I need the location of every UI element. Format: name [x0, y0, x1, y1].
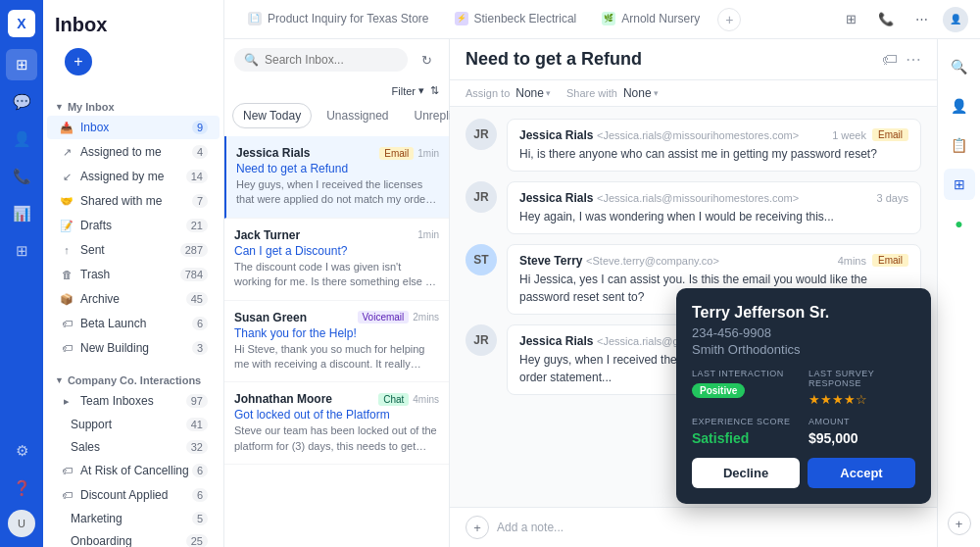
sidebar-item-assigned-by-me[interactable]: ↙ Assigned by me 14 [47, 165, 220, 188]
right-rail-green[interactable]: ● [944, 208, 975, 239]
tab-unassigned[interactable]: Unassigned [316, 103, 399, 128]
tab-new-today[interactable]: New Today [232, 103, 312, 128]
company-section-title[interactable]: ▼ Company Co. Interactions [43, 369, 223, 388]
my-inbox-section: ▼ My Inbox 📥 Inbox 9 ↗ Assigned to me 4 … [43, 91, 223, 365]
sidebar: Inbox + ▼ My Inbox 📥 Inbox 9 ↗ Assigned … [43, 0, 224, 547]
sidebar-item-archive[interactable]: 📦 Archive 45 [47, 287, 220, 311]
sidebar-item-beta-launch[interactable]: 🏷 Beta Launch 6 [47, 312, 220, 335]
share-with-chevron: ▾ [654, 88, 659, 98]
sidebar-title: Inbox [43, 0, 223, 44]
tab-arnold-icon: 🌿 [602, 12, 615, 25]
conv-item-header: Jessica Rials Email 1min [236, 146, 439, 160]
archive-icon: 📦 [59, 291, 74, 307]
conversation-item[interactable]: Jack Turner 1min Can I get a Discount? T… [224, 219, 449, 301]
right-rail-search[interactable]: 🔍 [944, 51, 975, 82]
more-options-icon[interactable]: ⋯ [906, 50, 921, 69]
company-section: ▼ Company Co. Interactions ▸ Team Inboxe… [43, 365, 223, 547]
my-inbox-section-title[interactable]: ▼ My Inbox [43, 95, 223, 115]
accept-button[interactable]: Accept [808, 458, 915, 488]
tab-arnold[interactable]: 🌿 Arnold Nursery [590, 6, 711, 33]
user-avatar[interactable]: U [8, 510, 35, 537]
nav-reports[interactable]: 📊 [6, 198, 37, 229]
conv-item-header: Susan Green Voicemail 2mins [234, 311, 439, 324]
sidebar-item-inbox[interactable]: 📥 Inbox 9 [47, 116, 220, 139]
avatar: ST [466, 244, 497, 275]
refresh-button[interactable]: ↻ [414, 47, 439, 73]
assign-to-chevron: ▾ [546, 88, 551, 98]
add-note-button[interactable]: + [466, 516, 489, 539]
right-rail-add-button[interactable]: + [948, 512, 971, 535]
add-tab-button[interactable]: + [717, 8, 741, 31]
tag-icon[interactable]: 🏷 [882, 51, 898, 69]
tab-texas[interactable]: 📄 Product Inquiry for Texas Store [236, 6, 441, 33]
assigned-to-me-icon: ↗ [59, 144, 74, 160]
assign-to-select[interactable]: None ▾ [515, 86, 551, 100]
nav-settings[interactable]: ⚙ [6, 435, 37, 467]
message-bubble: Jessica Rials <Jessica.rials@missourihom… [507, 181, 921, 234]
experience-score: EXPERIENCE SCORE Satisfied [692, 417, 799, 446]
sort-button[interactable]: ⇅ [430, 84, 439, 97]
search-input[interactable] [265, 53, 398, 67]
conv-item-header: Jack Turner 1min [234, 228, 439, 242]
nav-conversations[interactable]: 💬 [6, 86, 37, 118]
sidebar-item-sales[interactable]: Sales 32 [47, 436, 220, 458]
nav-home[interactable]: ⊞ [6, 49, 37, 80]
share-with-select[interactable]: None ▾ [623, 86, 659, 100]
share-with-group: Share with None ▾ [566, 86, 659, 100]
sidebar-item-assigned-to-me[interactable]: ↗ Assigned to me 4 [47, 140, 220, 164]
msg-time-badge: 4mins Email [838, 254, 908, 267]
tab-stienbeck[interactable]: ⚡ Stienbeck Electrical [443, 6, 589, 33]
last-survey: LAST SURVEY RESPONSE ★★★★☆ [808, 369, 915, 407]
grid-view-button[interactable]: ⊞ [837, 6, 864, 33]
conversation-item[interactable]: Johnathan Moore Chat 4mins Got locked ou… [224, 382, 449, 465]
msg-sender-info: Jessica Rials <Jessica.rials@missourihom… [519, 190, 799, 205]
new-building-icon: 🏷 [59, 340, 74, 356]
main-header: Need to get a Refund 🏷 ⋯ [450, 39, 937, 80]
contact-card-stats: LAST INTERACTION Positive LAST SURVEY RE… [692, 369, 915, 446]
sidebar-item-marketing[interactable]: Marketing 5 [47, 508, 220, 529]
assign-to-group: Assign to None ▾ [466, 86, 551, 100]
phone-button[interactable]: 📞 [872, 6, 900, 33]
right-rail-history[interactable]: 📋 [944, 129, 975, 161]
contact-card-buttons: Decline Accept [692, 458, 915, 488]
nav-contacts[interactable]: 👤 [6, 124, 37, 155]
filter-button[interactable]: Filter ▾ [392, 84, 424, 97]
conversation-panel: 🔍 ↻ Filter ▾ ⇅ New Today Unassigned Unre… [224, 39, 450, 547]
sidebar-item-shared-with-me[interactable]: 🤝 Shared with me 7 [47, 189, 220, 213]
last-interaction: LAST INTERACTION Positive [692, 369, 799, 407]
nav-phone[interactable]: 📞 [6, 161, 37, 192]
user-profile-button[interactable]: 👤 [943, 7, 968, 32]
sidebar-item-support[interactable]: Support 41 [47, 414, 220, 435]
header-actions: 🏷 ⋯ [882, 50, 921, 69]
nav-apps[interactable]: ⊞ [6, 235, 37, 267]
conv-item-meta: 1min [417, 229, 439, 240]
new-conversation-button[interactable]: + [65, 48, 92, 75]
message-footer: + Add a note... [450, 507, 937, 547]
sidebar-item-trash[interactable]: 🗑 Trash 784 [47, 263, 220, 286]
msg-time-badge: 1 week Email [832, 128, 908, 141]
sidebar-item-sent[interactable]: ↑ Sent 287 [47, 238, 220, 262]
sidebar-item-new-building[interactable]: 🏷 New Building 3 [47, 336, 220, 360]
message-bubble: Jessica Rials <Jessica.rials@missourihom… [507, 119, 921, 172]
sidebar-item-team-inboxes[interactable]: ▸ Team Inboxes 97 [47, 389, 220, 413]
conversation-item[interactable]: Susan Green Voicemail 2mins Thank you fo… [224, 301, 449, 383]
sidebar-item-onboarding[interactable]: Onboarding 25 [47, 530, 220, 547]
nav-help[interactable]: ❓ [6, 472, 37, 504]
conversation-title: Need to get a Refund [466, 49, 642, 70]
content-row: 🔍 ↻ Filter ▾ ⇅ New Today Unassigned Unre… [224, 39, 980, 547]
decline-button[interactable]: Decline [692, 458, 800, 488]
apps-button[interactable]: ⋯ [907, 6, 935, 33]
right-rail-contact[interactable]: 👤 [944, 90, 975, 122]
conv-item-meta: Chat 4mins [378, 393, 439, 406]
right-rail: 🔍 👤 📋 ⊞ ● + [937, 39, 980, 547]
discount-icon: 🏷 [59, 487, 74, 503]
right-rail-grid[interactable]: ⊞ [944, 169, 975, 200]
avatar: JR [466, 181, 497, 213]
contact-card-popup: Terry Jefferson Sr. 234-456-9908 Smith O… [676, 288, 931, 504]
stars-rating: ★★★★☆ [808, 392, 915, 407]
sidebar-item-discount[interactable]: 🏷 Discount Applied 6 [47, 483, 220, 507]
sidebar-item-at-risk[interactable]: 🏷 At Risk of Cancelling 6 [47, 459, 220, 482]
sidebar-item-drafts[interactable]: 📝 Drafts 21 [47, 214, 220, 237]
conversation-item[interactable]: Jessica Rials Email 1min Need to get a R… [224, 136, 449, 219]
sent-icon: ↑ [59, 242, 74, 258]
